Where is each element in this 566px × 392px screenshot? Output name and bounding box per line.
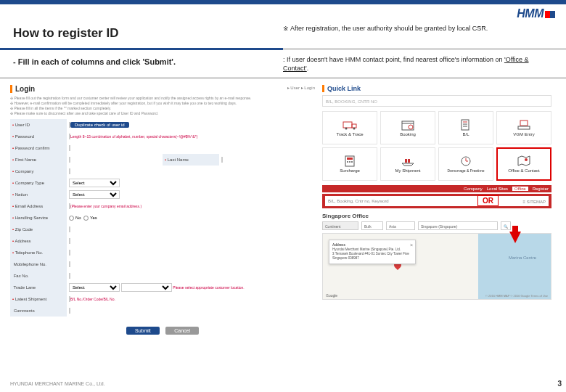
breadcrumb: ▸ User ▸ Login — [287, 85, 315, 93]
ql-booking[interactable]: Booking — [380, 111, 435, 144]
tab-continent[interactable]: Continent — [322, 221, 358, 230]
svg-rect-14 — [347, 158, 353, 160]
trade-lane-select[interactable]: Select — [69, 283, 120, 292]
calculator-icon — [343, 155, 357, 167]
comments-input[interactable] — [69, 308, 70, 314]
cancel-button[interactable]: Cancel — [165, 327, 199, 335]
duplicate-check-button[interactable]: Duplicate check of user id — [70, 122, 129, 128]
telephone-input[interactable] — [69, 250, 70, 256]
flag-icon — [545, 11, 555, 18]
submit-button[interactable]: Submit — [126, 327, 160, 335]
company-type-select[interactable]: Select — [69, 179, 120, 187]
note-office-contact: : If user doesn't have HMM contact point… — [283, 53, 566, 75]
office-heading: Singapore Office — [322, 213, 551, 219]
ql-bl[interactable]: B/L — [438, 111, 493, 144]
svg-point-2 — [345, 128, 348, 130]
address-input[interactable] — [69, 238, 70, 244]
svg-rect-19 — [408, 159, 410, 163]
svg-rect-12 — [518, 126, 530, 129]
calendar-icon — [401, 119, 415, 131]
nav-localsites[interactable]: Local Sites — [487, 187, 508, 191]
hmm-logo: HMM — [517, 7, 555, 20]
ship-icon — [401, 155, 415, 167]
quicklink-grid: Track & Trace Booking B/L VGM Entry Surc… — [322, 111, 551, 181]
quicklink-heading: Quick Link — [322, 85, 551, 92]
svg-point-15 — [347, 161, 348, 163]
trade-lane-select-2[interactable] — [121, 283, 172, 292]
close-icon[interactable]: × — [410, 242, 413, 248]
ql-surcharge[interactable]: Surcharge — [322, 147, 377, 181]
page-number: 3 — [557, 380, 562, 388]
page-title: How to register ID — [0, 23, 283, 44]
svg-rect-7 — [462, 120, 469, 130]
search-icon[interactable]: 🔍 — [501, 221, 511, 230]
ql-vgm[interactable]: VGM Entry — [496, 111, 551, 144]
footer-copyright: HYUNDAI MERCHANT MARINE Co., Ltd. — [10, 381, 105, 386]
map-label-marina: Marina Centre — [509, 256, 536, 260]
or-label: OR — [477, 195, 499, 206]
svg-point-3 — [353, 128, 356, 130]
mobile-input[interactable] — [69, 261, 70, 267]
ql-myshipment[interactable]: My Shipment — [380, 147, 435, 181]
svg-rect-0 — [343, 122, 352, 128]
svg-point-16 — [349, 161, 350, 163]
svg-point-23 — [525, 158, 528, 161]
ql-track-trace[interactable]: Track & Trace — [322, 111, 377, 144]
service-no-radio[interactable] — [69, 216, 74, 221]
first-name-input[interactable] — [69, 157, 70, 163]
last-name-input[interactable] — [221, 157, 223, 163]
red-search-input[interactable]: B/L, Booking, Cntr no, Keyword≡ SITEMAP — [325, 196, 549, 206]
top-nav-bar: Company Local Sites Office Register — [322, 185, 551, 192]
sitemap-icon[interactable]: ≡ SITEMAP — [522, 197, 546, 207]
map-pin-icon — [517, 155, 531, 167]
password-confirm-input[interactable] — [69, 145, 70, 151]
map-water — [478, 234, 551, 300]
instruction-text: - Fill in each of columns and click 'Sub… — [0, 53, 283, 75]
ql-office-contact[interactable]: Office & Contact — [496, 147, 551, 181]
ql-demurrage[interactable]: Demurrage & Freetime — [438, 147, 493, 181]
company-input[interactable] — [69, 168, 70, 174]
svg-rect-1 — [352, 124, 356, 128]
nation-select[interactable]: Select — [69, 190, 120, 199]
city-select[interactable]: Singapore (Singapore) — [418, 221, 498, 230]
map-terms: © 2016 HMM MAP © 2016 Google Terms of Us… — [485, 294, 548, 298]
nav-office[interactable]: Office — [512, 187, 528, 191]
red-search-wrap: B/L, Booking, Cntr no, Keyword≡ SITEMAP — [322, 194, 551, 208]
divider-2 — [0, 77, 566, 79]
document-icon — [459, 119, 473, 131]
service-yes-radio[interactable] — [83, 216, 89, 221]
scale-icon — [517, 119, 531, 131]
svg-point-17 — [351, 161, 353, 163]
arrow-down-icon — [509, 232, 521, 243]
zip-input[interactable] — [69, 226, 70, 232]
login-heading: Login ▸ User ▸ Login — [10, 85, 315, 93]
divider-1 — [0, 48, 566, 50]
note-registration: ※ After registration, the user authority… — [283, 23, 566, 44]
login-info: ※ Please fill out the registration form … — [10, 96, 315, 116]
clock-icon — [459, 155, 473, 167]
truck-icon — [343, 119, 357, 131]
svg-rect-11 — [520, 121, 528, 126]
nav-register[interactable]: Register — [533, 187, 549, 191]
svg-rect-18 — [405, 159, 407, 163]
continent-select[interactable]: Asia — [386, 221, 415, 230]
quicklink-search[interactable]: B/L, BOOKING, CNTR NO — [322, 95, 551, 107]
registration-form: • User ID Duplicate check of user id • P… — [10, 119, 315, 317]
fax-input[interactable] — [69, 273, 70, 279]
header-accent-bar — [0, 0, 566, 4]
google-logo: Google — [326, 293, 337, 298]
nav-company[interactable]: Company — [464, 187, 483, 191]
svg-point-6 — [409, 125, 413, 129]
address-infowindow: × Address Hyundai Merchant Marine (Singa… — [329, 240, 416, 264]
tab-bulk[interactable]: Bulk — [361, 221, 383, 230]
